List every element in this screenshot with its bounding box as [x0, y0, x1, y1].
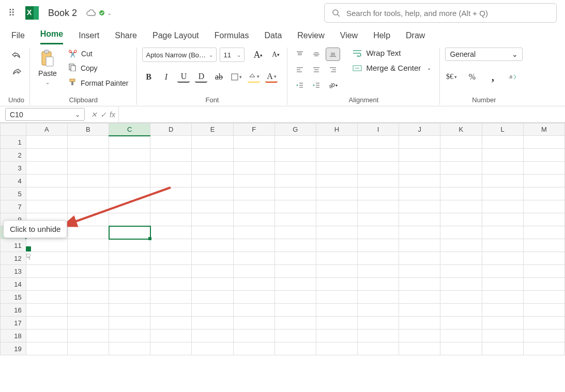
cell[interactable] — [399, 278, 440, 291]
cell[interactable] — [150, 342, 192, 355]
cell[interactable] — [233, 304, 274, 317]
cell[interactable] — [233, 252, 274, 265]
cell[interactable] — [399, 252, 440, 265]
cell[interactable] — [233, 149, 274, 162]
bold-button[interactable]: B — [142, 71, 155, 83]
cell[interactable] — [316, 187, 357, 200]
increase-decimal-button[interactable]: .0 — [507, 71, 520, 83]
cell[interactable] — [192, 213, 233, 226]
cell[interactable] — [150, 136, 192, 149]
cell[interactable] — [316, 330, 357, 342]
cell[interactable] — [440, 278, 482, 291]
border-button[interactable] — [230, 71, 242, 83]
document-title[interactable]: Book 2 — [48, 8, 77, 19]
cell[interactable] — [26, 304, 67, 317]
cell[interactable] — [316, 175, 357, 187]
cell[interactable] — [482, 187, 523, 200]
cell[interactable] — [523, 278, 564, 291]
cell[interactable] — [523, 213, 564, 226]
cell[interactable] — [233, 317, 274, 330]
row-header[interactable]: 3 — [1, 162, 26, 175]
tab-page-layout[interactable]: Page Layout — [152, 31, 199, 44]
cell[interactable] — [233, 175, 274, 187]
cell[interactable] — [316, 200, 357, 213]
cell[interactable] — [233, 226, 274, 239]
comma-format-button[interactable]: , — [486, 71, 499, 83]
cell[interactable] — [523, 304, 564, 317]
cell[interactable] — [482, 265, 523, 278]
cell[interactable] — [26, 136, 67, 149]
strikethrough-button[interactable]: ab — [212, 71, 225, 83]
cell[interactable] — [150, 265, 192, 278]
cell[interactable] — [358, 265, 399, 278]
cell[interactable] — [233, 330, 274, 342]
cell[interactable] — [150, 278, 192, 291]
app-launcher-icon[interactable]: ⠿ — [8, 7, 16, 19]
cell[interactable] — [274, 342, 316, 355]
cell[interactable] — [150, 149, 192, 162]
cell[interactable] — [358, 239, 399, 252]
align-center-button[interactable] — [309, 63, 324, 76]
cell[interactable] — [482, 239, 523, 252]
cell[interactable] — [233, 213, 274, 226]
row-header[interactable]: 15 — [1, 291, 26, 304]
cell[interactable] — [274, 162, 316, 175]
excel-app-icon[interactable] — [25, 6, 39, 20]
cell[interactable] — [440, 265, 482, 278]
number-format-combo[interactable]: General⌄ — [445, 48, 523, 61]
cell[interactable] — [274, 226, 316, 239]
cell[interactable] — [233, 278, 274, 291]
cell[interactable] — [26, 200, 67, 213]
cell[interactable] — [316, 213, 357, 226]
align-left-button[interactable] — [293, 63, 307, 76]
cell[interactable] — [109, 265, 150, 278]
cell[interactable] — [26, 278, 67, 291]
search-input[interactable] — [346, 9, 549, 18]
fx-icon[interactable]: fx — [110, 111, 115, 119]
cell[interactable] — [440, 200, 482, 213]
font-size-combo[interactable]: 11⌄ — [220, 48, 245, 62]
cell[interactable] — [358, 175, 399, 187]
cell[interactable] — [26, 317, 67, 330]
cell[interactable] — [440, 330, 482, 342]
tab-help[interactable]: Help — [373, 31, 390, 44]
wrap-text-button[interactable]: Wrap Text — [349, 48, 434, 58]
cell[interactable] — [358, 304, 399, 317]
cell[interactable] — [192, 330, 233, 342]
row-header[interactable]: 4 — [1, 175, 26, 187]
cell[interactable] — [192, 342, 233, 355]
cell[interactable] — [523, 265, 564, 278]
cell[interactable] — [192, 291, 233, 304]
cell[interactable] — [316, 136, 357, 149]
cell[interactable] — [316, 162, 357, 175]
cell[interactable] — [109, 278, 150, 291]
cell[interactable] — [192, 278, 233, 291]
cell[interactable] — [109, 162, 150, 175]
search-box[interactable] — [324, 3, 557, 23]
cell[interactable] — [358, 317, 399, 330]
cell[interactable] — [523, 200, 564, 213]
cell[interactable] — [440, 136, 482, 149]
cell[interactable] — [523, 239, 564, 252]
cell[interactable] — [192, 136, 233, 149]
cell[interactable] — [440, 226, 482, 239]
tab-insert[interactable]: Insert — [79, 31, 99, 44]
cell[interactable] — [233, 200, 274, 213]
tab-file[interactable]: File — [11, 31, 25, 44]
cell[interactable] — [67, 149, 109, 162]
tab-view[interactable]: View — [340, 31, 358, 44]
cell[interactable] — [233, 342, 274, 355]
cell[interactable] — [233, 187, 274, 200]
cell[interactable] — [399, 317, 440, 330]
row-header[interactable]: 17 — [1, 317, 26, 330]
cell[interactable] — [440, 187, 482, 200]
cell[interactable] — [358, 342, 399, 355]
cell[interactable] — [109, 291, 150, 304]
cell[interactable] — [192, 252, 233, 265]
cell[interactable] — [192, 187, 233, 200]
cell[interactable] — [67, 265, 109, 278]
column-header[interactable]: B — [67, 123, 109, 136]
cell[interactable] — [440, 304, 482, 317]
cell[interactable] — [358, 149, 399, 162]
cell[interactable] — [150, 252, 192, 265]
